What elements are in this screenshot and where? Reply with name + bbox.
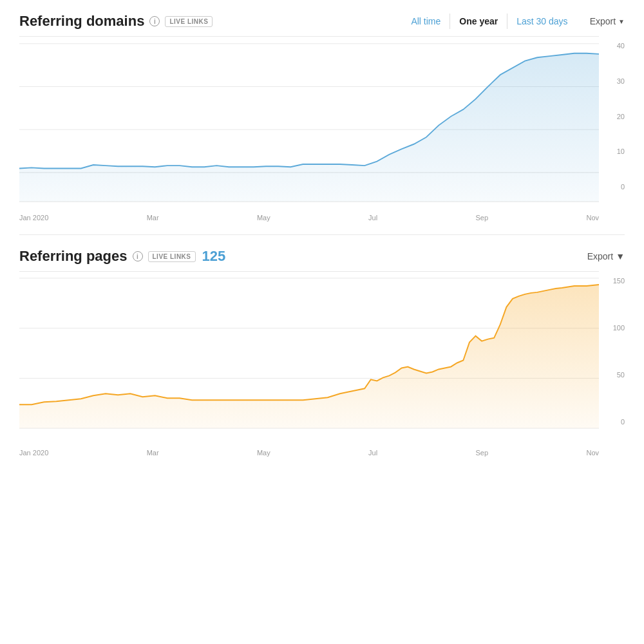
domains-area-fill (19, 53, 599, 202)
domains-y-20: 20 (601, 113, 625, 120)
domains-x-axis: Jan 2020 Mar May Jul Sep Nov (19, 210, 599, 222)
export-arrow-icon: ▼ (618, 18, 625, 25)
referring-pages-svg (19, 272, 599, 445)
pages-x-jan: Jan 2020 (19, 449, 48, 457)
domains-x-may: May (257, 214, 270, 222)
domains-y-10: 10 (601, 148, 625, 155)
pages-x-sep: Sep (476, 449, 489, 457)
referring-domains-info-icon[interactable]: i (149, 16, 160, 26)
domains-x-jul: Jul (368, 214, 377, 222)
referring-pages-export-button[interactable]: Export ▼ (587, 251, 625, 261)
pages-y-0: 0 (601, 419, 625, 426)
referring-domains-svg (19, 37, 599, 210)
pages-x-nov: Nov (586, 449, 599, 457)
section-divider (19, 234, 625, 235)
domains-x-nov: Nov (586, 214, 599, 222)
pages-y-axis: 150 100 50 0 (599, 271, 625, 445)
filter-last-30-days[interactable]: Last 30 days (507, 14, 576, 29)
referring-domains-live-links-badge: LIVE LINKS (165, 16, 213, 27)
referring-pages-chart (19, 271, 599, 445)
domains-y-30: 30 (601, 78, 625, 85)
domains-x-sep: Sep (476, 214, 489, 222)
pages-area-fill (19, 285, 599, 428)
referring-domains-chart-wrapper: 40 30 20 10 0 (19, 36, 625, 210)
referring-domains-header: Referring domains i LIVE LINKS All time … (19, 13, 625, 30)
filter-one-year[interactable]: One year (450, 14, 507, 29)
referring-pages-chart-wrapper: 150 100 50 0 (19, 271, 625, 445)
domains-y-0: 0 (601, 184, 625, 191)
time-filters: All time One year Last 30 days Export ▼ (402, 14, 625, 29)
referring-pages-section: Referring pages i LIVE LINKS 125 Export … (19, 248, 625, 457)
pages-y-100: 100 (601, 325, 625, 332)
pages-x-mar: Mar (147, 449, 159, 457)
referring-pages-count: 125 (202, 248, 226, 265)
referring-domains-section: Referring domains i LIVE LINKS All time … (19, 13, 625, 222)
referring-pages-info-icon[interactable]: i (133, 251, 143, 261)
pages-x-may: May (257, 449, 270, 457)
pages-x-jul: Jul (368, 449, 377, 457)
domains-y-40: 40 (601, 43, 625, 50)
pages-y-50: 50 (601, 372, 625, 379)
referring-pages-live-links-badge: LIVE LINKS (148, 251, 196, 262)
pages-x-axis: Jan 2020 Mar May Jul Sep Nov (19, 445, 599, 457)
domains-y-axis: 40 30 20 10 0 (599, 36, 625, 210)
referring-pages-title: Referring pages (19, 248, 128, 265)
domains-x-jan: Jan 2020 (19, 214, 48, 222)
referring-pages-header: Referring pages i LIVE LINKS 125 Export … (19, 248, 625, 265)
filter-all-time[interactable]: All time (402, 14, 450, 29)
pages-y-150: 150 (601, 278, 625, 285)
referring-domains-chart (19, 36, 599, 210)
pages-export-label: Export (587, 251, 613, 261)
referring-domains-title: Referring domains (19, 13, 144, 30)
referring-domains-export-button[interactable]: Export ▼ (590, 16, 625, 26)
domains-x-mar: Mar (147, 214, 159, 222)
export-label: Export (590, 16, 616, 26)
pages-export-arrow-icon: ▼ (616, 251, 625, 261)
